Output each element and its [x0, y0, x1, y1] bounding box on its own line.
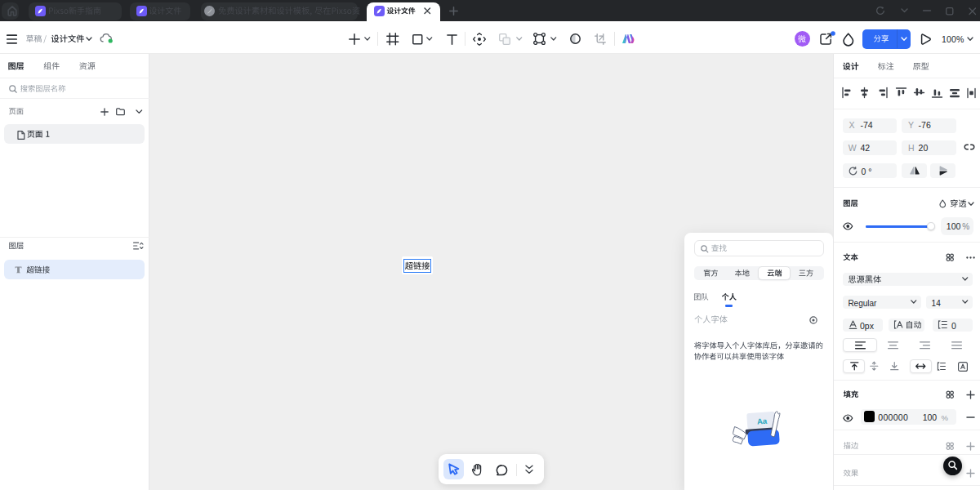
svg-text:Aa: Aa	[757, 416, 768, 426]
